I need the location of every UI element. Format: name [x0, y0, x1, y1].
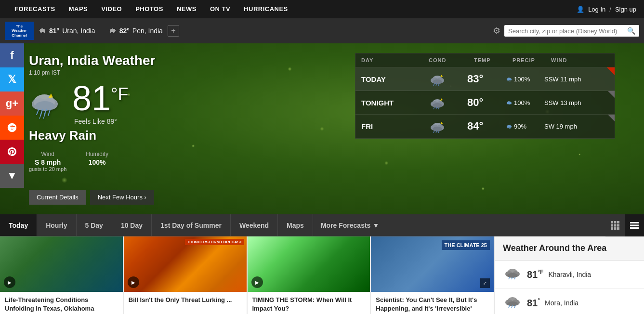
col-day: DAY: [361, 57, 429, 63]
rain-cloud-icon-2: [503, 295, 522, 311]
day-today: TODAY: [361, 75, 429, 83]
hero-weather-info: Uran, India Weather 1:10 pm IST: [29, 53, 155, 172]
reddit-share-button[interactable]: [0, 116, 24, 140]
weather-details: Wind S 8 mph gusts to 20 mph Humidity 10…: [29, 151, 155, 172]
nav-forecasts[interactable]: FORECASTS: [8, 0, 62, 18]
climate25-badge: THE CLIMATE 25: [442, 240, 490, 250]
auth-links: 👤 Log In / Sign up: [577, 6, 636, 13]
precip-icon-2: 🌧: [506, 99, 512, 106]
nav-hurricanes[interactable]: HURRICANES: [237, 0, 295, 18]
svg-rect-34: [617, 221, 619, 223]
svg-rect-41: [630, 222, 639, 223]
more-share-button[interactable]: ▼: [0, 164, 24, 188]
login-link[interactable]: Log In: [588, 6, 605, 13]
settings-gear-button[interactable]: ⚙: [493, 26, 500, 36]
tab-more-forecasts[interactable]: More Forecasts ▼: [313, 214, 387, 236]
news-card-text-1: Life-Threatening Conditions Unfolding in…: [0, 292, 123, 314]
news-card-4[interactable]: THE CLIMATE 25 ⤢ Scientist: You Can't Se…: [371, 236, 495, 314]
tab-10day[interactable]: 10 Day: [112, 214, 152, 236]
wind-detail: Wind S 8 mph gusts to 20 mph: [29, 151, 66, 172]
nav-maps[interactable]: MAPS: [62, 0, 95, 18]
svg-rect-36: [614, 224, 617, 226]
facebook-share-button[interactable]: f: [0, 43, 24, 67]
rain-icon-1: 🌧: [39, 26, 46, 35]
hero-section: f 𝕏 g+ ▼ Uran, India Weather 1:10 pm IST: [0, 43, 644, 214]
svg-line-15: [434, 83, 434, 86]
temperature-display: 81°F Feels Like 89°: [72, 81, 128, 125]
svg-rect-38: [611, 227, 613, 230]
svg-line-8: [48, 110, 50, 116]
condition-label: Heavy Rain: [29, 128, 155, 143]
wind-fri: SW 19 mph: [544, 123, 602, 130]
precip-fri: 🌧 90%: [506, 123, 544, 130]
search-icon[interactable]: 🔍: [627, 27, 635, 35]
forecast-row-today[interactable]: TODAY 83° 🌧 100% SSW 11 mph: [355, 67, 615, 91]
precip-icon: 🌧: [506, 76, 512, 83]
user-icon: 👤: [577, 6, 584, 13]
tabs-bar: Today Hourly 5 Day 10 Day 1st Day of Sum…: [0, 214, 644, 236]
expand-button-4[interactable]: ⤢: [480, 278, 490, 288]
tab-1st-day-summer[interactable]: 1st Day of Summer: [152, 214, 231, 236]
view-toggle: [605, 214, 644, 236]
map-image-1: [0, 236, 123, 292]
news-card-2[interactable]: ▶ THUNDERSTORM FORECAST Bill Isn't the O…: [124, 236, 248, 314]
tab-maps[interactable]: Maps: [278, 214, 313, 236]
play-button-3[interactable]: ▶: [251, 276, 263, 288]
pinterest-share-button[interactable]: [0, 140, 24, 164]
search-input[interactable]: [508, 27, 627, 35]
googleplus-share-button[interactable]: g+: [0, 92, 24, 116]
grid-view-button[interactable]: [605, 214, 625, 236]
signup-link[interactable]: Sign up: [615, 6, 636, 13]
col-cond: COND: [429, 57, 474, 63]
current-details-button[interactable]: Current Details: [29, 190, 86, 205]
twc-logo[interactable]: The Weather Channel: [5, 22, 34, 40]
social-sidebar: f 𝕏 g+ ▼: [0, 43, 24, 188]
forecast-row-fri[interactable]: FRI 84° 🌧 90% SW 19 mph: [355, 115, 615, 138]
svg-rect-39: [614, 227, 617, 230]
auth-divider: /: [609, 6, 611, 13]
tab-hourly[interactable]: Hourly: [37, 214, 76, 236]
news-card-text-3: TIMING THE STORM: When Will It Impact Yo…: [248, 292, 370, 314]
precip-icon-3: 🌧: [506, 123, 512, 130]
add-location-button[interactable]: +: [168, 25, 179, 37]
nav-video[interactable]: VIDEO: [94, 0, 129, 18]
news-card-1[interactable]: ▶ Life-Threatening Conditions Unfolding …: [0, 236, 124, 314]
play-button-1[interactable]: ▶: [4, 276, 15, 288]
more-forecasts-label: More Forecasts: [321, 222, 370, 229]
svg-line-48: [509, 277, 510, 279]
nav-photos[interactable]: PHOTOS: [129, 0, 170, 18]
nav-news[interactable]: NEWS: [170, 0, 203, 18]
logo-line2: Weather: [12, 28, 26, 33]
main-content: ▶ Life-Threatening Conditions Unfolding …: [0, 236, 644, 314]
list-view-button[interactable]: [625, 214, 644, 236]
tab-weekend[interactable]: Weekend: [231, 214, 278, 236]
news-card-text-2: Bill Isn't the Only Threat Lurking ...: [124, 292, 247, 308]
play-button-2[interactable]: ▶: [128, 276, 139, 288]
top-navigation: FORECASTS MAPS VIDEO PHOTOS NEWS ON TV H…: [0, 0, 644, 18]
news-card-3[interactable]: ▶ TIMING THE STORM: When Will It Impact …: [248, 236, 371, 314]
svg-line-29: [434, 131, 434, 133]
location-item-2[interactable]: 🌧 82° Pen, India: [109, 26, 163, 35]
area-item-1[interactable]: 81°F Kharavli, India: [495, 261, 644, 289]
area-item-2[interactable]: 81° Mora, India: [495, 289, 644, 314]
twitter-share-button[interactable]: 𝕏: [0, 67, 24, 92]
thunderstorm-badge: THUNDERSTORM FORECAST: [185, 239, 244, 245]
rain-icon-2: 🌧: [109, 26, 117, 35]
nav-on-tv[interactable]: ON TV: [203, 0, 237, 18]
tab-5day[interactable]: 5 Day: [77, 214, 112, 236]
col-precip: PRECIP: [513, 57, 551, 63]
map-image-3: [248, 236, 370, 292]
next-few-hours-button[interactable]: Next Few Hours ›: [90, 190, 154, 205]
nav-links: FORECASTS MAPS VIDEO PHOTOS NEWS ON TV H…: [8, 0, 295, 18]
temp-tonight: 80°: [467, 96, 506, 109]
svg-rect-42: [630, 224, 639, 226]
search-area: ⚙ 🔍: [493, 25, 639, 37]
area-temp-2: 81°: [527, 297, 540, 309]
col-temp: TEMP: [474, 57, 513, 63]
forecast-panel: DAY COND TEMP PRECIP WIND TODAY: [355, 53, 615, 139]
forecast-row-tonight[interactable]: TONIGHT 80° 🌧 100% SSW 13 mph: [355, 91, 615, 115]
location-item-1[interactable]: 🌧 81° Uran, India: [39, 26, 95, 35]
wind-value: S 8 mph: [29, 158, 66, 166]
tab-today[interactable]: Today: [0, 214, 37, 236]
logo-line1: The: [16, 24, 23, 29]
